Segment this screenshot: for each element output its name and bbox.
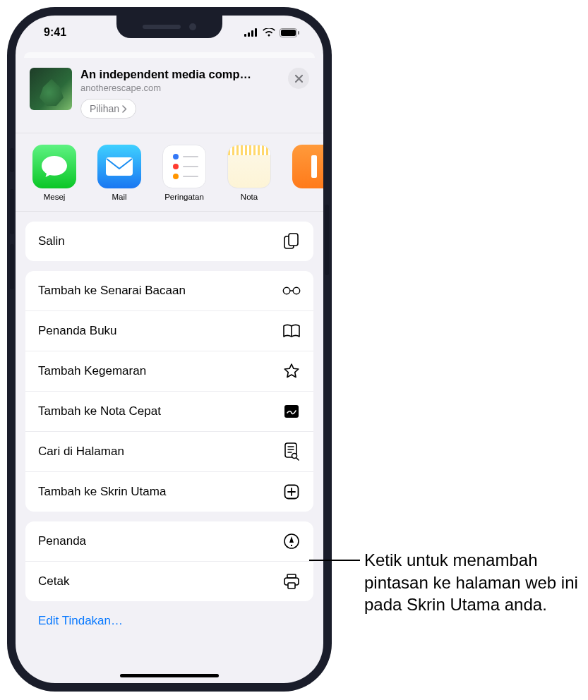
app-label: Peringatan — [160, 193, 209, 201]
action-quicknote[interactable]: Tambah ke Nota Cepat — [25, 391, 313, 431]
header-text: An independent media comp… anotherescape… — [80, 68, 280, 119]
chevron-right-icon — [122, 105, 127, 113]
page-title: An independent media comp… — [80, 68, 280, 81]
quicknote-icon — [282, 402, 301, 421]
svg-point-11 — [283, 287, 290, 294]
action-label: Penanda Buku — [38, 324, 117, 338]
copy-icon — [282, 232, 301, 251]
mail-icon — [97, 145, 141, 188]
print-icon — [282, 572, 301, 591]
home-indicator[interactable] — [120, 674, 219, 677]
svg-rect-13 — [284, 405, 299, 418]
svg-rect-3 — [255, 28, 257, 37]
share-sheet-header: An independent media comp… anotherescape… — [20, 58, 319, 127]
phone-frame: 9:41 An independent media comp… anothere… — [7, 7, 332, 692]
wifi-icon — [263, 28, 275, 37]
actions-list: Salin Tambah ke Senarai Bacaan Penanda B… — [16, 212, 323, 631]
svg-rect-6 — [298, 31, 299, 35]
app-label: Nota — [224, 193, 274, 201]
notch — [116, 16, 222, 38]
reminders-icon — [162, 145, 206, 188]
action-label: Tambah Kegemaran — [38, 364, 146, 378]
app-mail[interactable]: Mail — [95, 145, 144, 201]
edit-actions-link[interactable]: Edit Tindakan… — [25, 611, 313, 631]
status-icons — [244, 28, 299, 37]
page-subtitle: anotherescape.com — [80, 83, 280, 93]
app-label: Mesej — [30, 193, 79, 201]
action-label: Cari di Halaman — [38, 445, 124, 459]
svg-rect-1 — [248, 32, 250, 37]
cellular-icon — [244, 28, 258, 37]
action-label: Penanda — [38, 534, 86, 548]
app-messages[interactable]: Mesej — [30, 145, 79, 201]
action-label: Cetak — [38, 574, 69, 589]
book-icon — [282, 322, 301, 340]
action-find-on-page[interactable]: Cari di Halaman — [25, 431, 313, 471]
action-copy[interactable]: Salin — [25, 222, 313, 261]
action-markup[interactable]: Penanda — [25, 521, 313, 561]
app-books[interactable] — [289, 145, 323, 201]
action-label: Tambah ke Skrin Utama — [38, 485, 166, 499]
callout-leader-line — [309, 560, 360, 561]
battery-icon — [280, 28, 299, 37]
edit-actions-label: Edit Tindakan… — [38, 614, 123, 627]
notes-icon — [227, 145, 271, 188]
action-add-to-home-screen[interactable]: Tambah ke Skrin Utama — [25, 471, 313, 512]
find-icon — [282, 442, 301, 461]
mute-switch — [10, 148, 14, 172]
app-notes[interactable]: Nota — [224, 145, 274, 201]
phone-screen: 9:41 An independent media comp… anothere… — [16, 16, 323, 683]
action-print[interactable]: Cetak — [25, 561, 313, 601]
action-label: Tambah ke Senarai Bacaan — [38, 284, 186, 298]
app-label: Mail — [95, 193, 144, 201]
action-group-2: Tambah ke Senarai Bacaan Penanda Buku Ta… — [25, 271, 313, 512]
svg-rect-8 — [311, 155, 317, 178]
svg-rect-7 — [106, 157, 133, 176]
svg-rect-20 — [288, 583, 295, 589]
action-label: Salin — [38, 234, 65, 248]
svg-point-12 — [293, 287, 300, 294]
share-apps-row[interactable]: Mesej Mail Peringatan Nota — [16, 133, 323, 212]
star-icon — [282, 362, 301, 380]
svg-rect-10 — [289, 234, 298, 246]
app-reminders[interactable]: Peringatan — [160, 145, 209, 201]
svg-rect-0 — [244, 34, 246, 37]
addhome-icon — [282, 483, 301, 501]
sheet-backdrop — [24, 52, 315, 58]
svg-rect-2 — [251, 30, 253, 37]
callout-text: Ketik untuk menambah pintasan ke halaman… — [364, 549, 583, 616]
action-label: Tambah ke Nota Cepat — [38, 404, 161, 418]
glasses-icon — [282, 282, 301, 300]
close-button[interactable] — [288, 68, 309, 89]
volume-down-button — [10, 244, 14, 289]
action-group-3: Penanda Cetak — [25, 521, 313, 601]
action-group-1: Salin — [25, 222, 313, 261]
options-button[interactable]: Pilihan — [80, 99, 136, 119]
close-icon — [294, 74, 304, 83]
markup-icon — [282, 532, 301, 550]
action-bookmark[interactable]: Penanda Buku — [25, 310, 313, 351]
volume-up-button — [10, 189, 14, 234]
options-label: Pilihan — [90, 103, 119, 114]
action-favorite[interactable]: Tambah Kegemaran — [25, 351, 313, 391]
power-button — [325, 205, 329, 275]
status-time: 9:41 — [44, 26, 66, 39]
page-thumbnail — [30, 68, 72, 110]
svg-rect-5 — [281, 30, 296, 36]
messages-icon — [32, 145, 76, 188]
action-reading-list[interactable]: Tambah ke Senarai Bacaan — [25, 271, 313, 310]
books-icon — [292, 145, 323, 188]
